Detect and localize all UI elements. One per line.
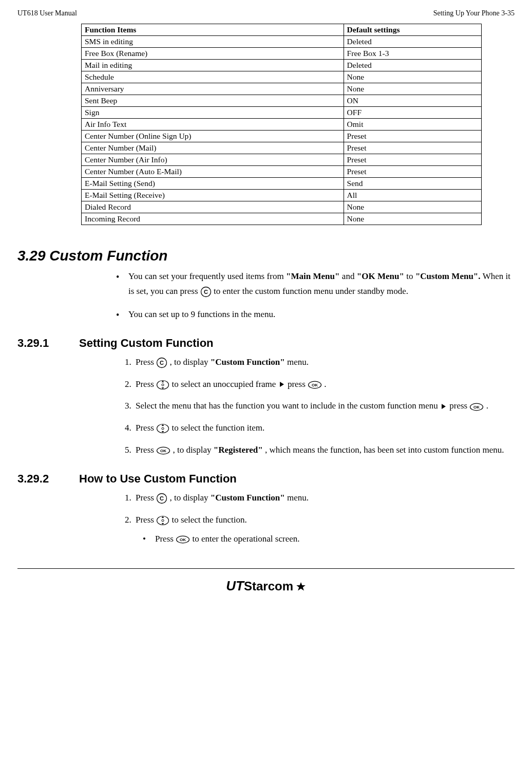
text-fragment: . xyxy=(486,401,488,411)
ok-key-icon: OK xyxy=(156,447,170,455)
svg-marker-15 xyxy=(162,431,164,433)
table-row: SMS in editingDeleted xyxy=(82,36,482,48)
table-row: SignOFF xyxy=(82,107,482,119)
table-cell: Deleted xyxy=(344,36,481,48)
bullet-up-to-9: You can set up to 9 functions in the men… xyxy=(115,307,510,322)
svg-text:OK: OK xyxy=(180,537,186,542)
logo-star-icon xyxy=(296,582,306,592)
table-row: Free Box (Rename)Free Box 1-3 xyxy=(82,48,482,60)
step-1: Press C , to display "Custom Function" m… xyxy=(134,355,510,370)
step-2: Press to select an unoccupied frame pres… xyxy=(134,377,510,392)
section-3-29-2-steps: Press C , to display "Custom Function" m… xyxy=(115,491,510,547)
text-fragment: press xyxy=(288,379,308,389)
table-cell: Omit xyxy=(344,119,481,131)
c-key-icon: C xyxy=(200,286,212,298)
svg-text:C: C xyxy=(160,495,164,502)
table-cell: Mail in editing xyxy=(82,60,344,71)
bold-custom-function: "Custom Function" xyxy=(211,357,285,367)
table-cell: Free Box (Rename) xyxy=(82,48,344,60)
ok-key-icon: OK xyxy=(176,535,190,544)
bold-registered: "Registered" xyxy=(214,445,263,455)
text-fragment: to xyxy=(406,271,415,281)
function-table: Function Items Default settings SMS in e… xyxy=(81,24,482,225)
table-cell: OFF xyxy=(344,107,481,119)
table-row: Air Info TextOmit xyxy=(82,119,482,131)
table-cell: All xyxy=(344,190,481,201)
table-row: Mail in editingDeleted xyxy=(82,60,482,71)
step-3: Select the menu that has the function yo… xyxy=(134,399,510,414)
table-cell: Center Number (Mail) xyxy=(82,142,344,154)
header-right: Setting Up Your Phone 3-35 xyxy=(433,9,515,17)
section-3-29-2-heading: 3.29.2 How to Use Custom Function xyxy=(17,472,515,486)
table-cell: E-Mail Setting (Receive) xyxy=(82,190,344,201)
heading-number: 3.29.1 xyxy=(17,337,79,350)
svg-text:C: C xyxy=(160,360,164,366)
table-cell: Air Info Text xyxy=(82,119,344,131)
svg-point-21 xyxy=(162,519,164,522)
svg-point-5 xyxy=(162,384,164,386)
c-key-icon: C xyxy=(156,493,167,504)
table-cell: Send xyxy=(344,178,481,190)
svg-marker-7 xyxy=(162,387,164,389)
ok-key-icon: OK xyxy=(308,381,322,389)
text-fragment: to enter the custom function menu under … xyxy=(214,286,408,296)
step-1: Press C , to display "Custom Function" m… xyxy=(134,491,510,506)
table-row: AnniversaryNone xyxy=(82,83,482,95)
table-cell: None xyxy=(344,201,481,213)
table-cell: Sent Beep xyxy=(82,95,344,107)
text-fragment: to enter the operational screen. xyxy=(192,534,299,544)
svg-text:OK: OK xyxy=(312,383,318,387)
svg-marker-23 xyxy=(162,523,164,525)
svg-text:C: C xyxy=(204,289,208,295)
table-cell: Center Number (Online Sign Up) xyxy=(82,131,344,142)
table-cell: Center Number (Air Info) xyxy=(82,154,344,166)
table-row: Sent BeepON xyxy=(82,95,482,107)
table-cell: Preset xyxy=(344,166,481,178)
text-fragment: Press xyxy=(136,515,156,525)
section-3-29-1-heading: 3.29.1 Setting Custom Function xyxy=(17,337,515,350)
c-key-icon: C xyxy=(156,357,167,368)
col-default-settings: Default settings xyxy=(344,24,481,36)
table-cell: Incoming Record xyxy=(82,213,344,225)
table-header-row: Function Items Default settings xyxy=(82,24,482,36)
table-row: E-Mail Setting (Send)Send xyxy=(82,178,482,190)
table-cell: SMS in editing xyxy=(82,36,344,48)
table-cell: Free Box 1-3 xyxy=(344,48,481,60)
text-fragment: Press xyxy=(136,493,156,503)
table-cell: Dialed Record xyxy=(82,201,344,213)
table-row: Center Number (Auto E-Mail)Preset xyxy=(82,166,482,178)
table-cell: ON xyxy=(344,95,481,107)
table-cell: Preset xyxy=(344,142,481,154)
text-fragment: , to display xyxy=(169,357,210,367)
text-fragment: menu. xyxy=(287,357,309,367)
heading-number: 3.29.2 xyxy=(17,472,79,486)
text-fragment: to select the function item. xyxy=(172,423,264,433)
table-row: Center Number (Air Info)Preset xyxy=(82,154,482,166)
col-function-items: Function Items xyxy=(82,24,344,36)
text-fragment: Select the menu that has the function yo… xyxy=(136,401,440,411)
table-cell: Preset xyxy=(344,154,481,166)
right-arrow-icon xyxy=(442,404,446,409)
section-3-29-title: 3.29 Custom Function xyxy=(17,248,515,264)
table-cell: Preset xyxy=(344,131,481,142)
step-5: Press OK , to display "Registered" , whi… xyxy=(134,443,510,458)
step-4: Press to select the function item. xyxy=(134,421,510,436)
page-header: UT618 User Manual Setting Up Your Phone … xyxy=(17,9,515,17)
table-cell: Center Number (Auto E-Mail) xyxy=(82,166,344,178)
table-row: ScheduleNone xyxy=(82,71,482,83)
section-3-29-1-steps: Press C , to display "Custom Function" m… xyxy=(115,355,510,458)
text-fragment: Press xyxy=(155,534,176,544)
text-fragment: , to display xyxy=(173,445,213,455)
table-cell: E-Mail Setting (Send) xyxy=(82,178,344,190)
svg-text:OK: OK xyxy=(160,449,166,453)
table-row: E-Mail Setting (Receive)All xyxy=(82,190,482,201)
bullet-custom-menu: You can set your frequently used items f… xyxy=(115,269,510,299)
text-fragment: to select the function. xyxy=(172,515,246,525)
text-fragment: Press xyxy=(136,357,156,367)
svg-marker-14 xyxy=(162,424,164,426)
table-cell: None xyxy=(344,83,481,95)
heading-title: Setting Custom Function xyxy=(79,337,214,350)
sub-bullet: Press OK to enter the operational screen… xyxy=(143,532,510,547)
text-fragment: menu. xyxy=(287,493,309,503)
text-fragment: Press xyxy=(136,379,156,389)
